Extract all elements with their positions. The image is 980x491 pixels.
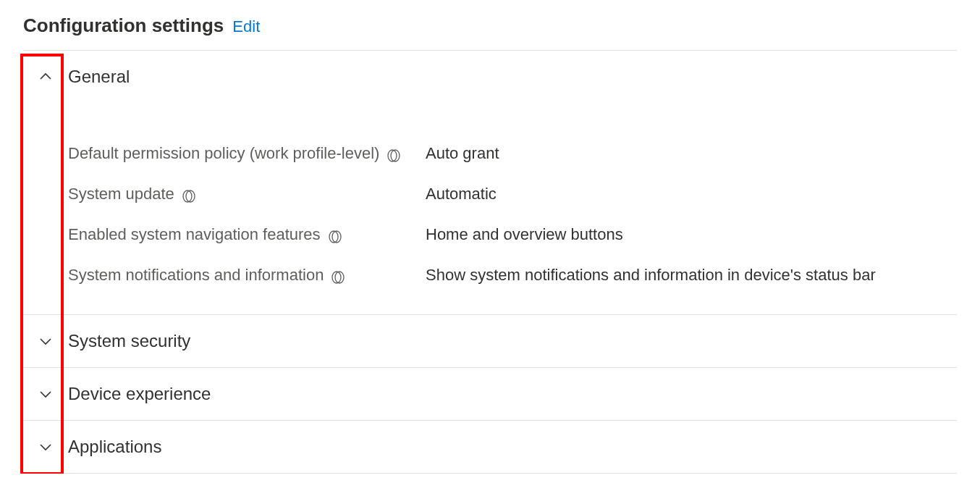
chevron-down-icon [23,334,68,348]
setting-value: Automatic [426,182,957,206]
edit-link[interactable]: Edit [232,17,260,36]
section-title-general: General [68,67,130,87]
section-header-applications[interactable]: Applications [23,421,957,473]
section-header-system-security[interactable]: System security [23,315,957,367]
chevron-down-icon [23,387,68,401]
setting-label: Default permission policy (work profile-… [68,142,379,165]
section-header-general[interactable]: General [23,51,957,103]
info-icon[interactable] [386,148,401,163]
setting-row: Default permission policy (work profile-… [68,133,957,174]
setting-value: Auto grant [426,142,957,165]
setting-row: System update Automatic [68,174,957,214]
info-icon[interactable] [182,189,196,203]
setting-row: Enabled system navigation features Home … [68,214,957,255]
section-title-device-experience: Device experience [68,384,211,404]
setting-label: Enabled system navigation features [68,223,321,246]
setting-label: System update [68,182,174,206]
setting-value: Show system notifications and informatio… [426,264,957,287]
setting-value: Home and overview buttons [426,223,957,246]
section-body-general: Default permission policy (work profile-… [23,103,957,314]
section-title-system-security: System security [68,331,190,351]
section-title-applications: Applications [68,437,161,457]
section-header-device-experience[interactable]: Device experience [23,368,957,420]
page-title: Configuration settings [23,14,224,37]
chevron-up-icon [23,70,68,84]
chevron-down-icon [23,440,68,454]
setting-row: System notifications and information Sho… [68,255,957,295]
info-icon[interactable] [331,270,345,285]
info-icon[interactable] [328,230,342,244]
setting-label: System notifications and information [68,264,324,287]
